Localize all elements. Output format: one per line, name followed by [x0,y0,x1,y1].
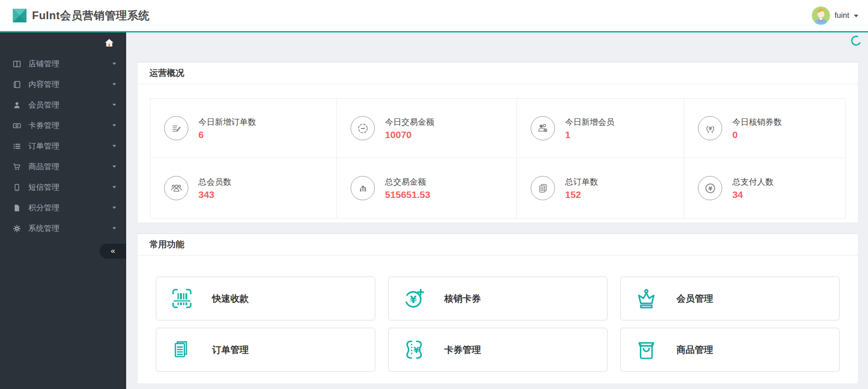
action-coupon-manage[interactable]: ¥ 卡券管理 [388,328,607,372]
stat-card-total-orders: 总订单数 152 [517,158,684,218]
brand: FuInt会员营销管理系统 [13,8,149,23]
file-icon [12,204,21,212]
total-payers-icon: ¥ [698,176,722,200]
money-bill-icon [12,122,21,130]
overview-panel-title: 运营概况 [138,63,858,84]
overview-panel: 运营概况 今日新增订单数 [137,62,858,223]
stat-label: 今日新增会员 [565,117,614,128]
coupon-ticket-icon: ¥ [401,337,427,362]
sidebar-item-label: 会员管理 [28,100,112,110]
action-label: 快速收款 [212,293,249,305]
sidebar-item-order[interactable]: 订单管理 [0,136,126,156]
app-logo-icon [13,9,27,22]
stat-value: 0 [732,129,782,140]
chevron-down-icon [112,83,116,85]
action-label: 会员管理 [676,293,713,305]
chevron-down-icon [112,145,116,147]
cart-icon [12,163,21,171]
stat-card-today-amount: 今日交易金额 10070 [337,99,517,158]
stat-value: 1 [565,129,614,140]
sidebar-item-label: 店铺管理 [28,59,112,69]
stat-label: 总交易金额 [385,176,430,187]
action-verify-coupon[interactable]: ¥ 核销卡券 [388,277,607,320]
sidebar-item-member[interactable]: 会员管理 [0,95,126,115]
sidebar-item-label: 积分管理 [28,202,112,213]
stat-card-total-amount: 总交易金额 515651.53 [337,158,517,218]
collapse-glyph: « [111,246,115,256]
chevron-down-icon [112,104,116,106]
stat-label: 今日新增订单数 [198,117,256,128]
user-menu[interactable]: fuint [812,6,858,25]
sidebar-item-coupon[interactable]: 卡券管理 [0,115,126,136]
sidebar-item-points[interactable]: 积分管理 [0,197,126,218]
sidebar-nav: 店铺管理 内容管理 会员管理 [0,53,126,239]
sidebar-item-store[interactable]: 店铺管理 [0,53,126,74]
order-doc-icon [169,337,195,362]
action-label: 卡券管理 [444,344,481,356]
stat-card-verified-coupons: ¥ 今日核销券数 0 [684,99,845,158]
stat-value: 515651.53 [385,189,430,200]
mobile-icon [12,183,21,192]
total-amount-icon [351,176,375,200]
scan-pay-icon [169,286,195,311]
action-goods-manage[interactable]: 商品管理 [620,328,840,372]
svg-text:¥: ¥ [413,345,419,355]
app-root: FuInt会员营销管理系统 fuint [0,0,868,389]
store-icon [12,60,21,68]
stat-card-new-member: 今日新增会员 1 [517,99,684,158]
stat-label: 总支付人数 [732,176,773,187]
member-crown-icon [634,286,659,311]
total-members-icon [164,176,188,200]
sidebar-item-goods[interactable]: 商品管理 [0,156,126,177]
stat-card-new-orders: 今日新增订单数 6 [150,99,337,158]
sidebar-item-label: 订单管理 [28,141,112,151]
action-member-manage[interactable]: 会员管理 [620,277,840,320]
action-label: 核销卡券 [444,293,481,305]
sidebar-item-system[interactable]: 系统管理 [0,218,126,239]
sidebar-item-label: 内容管理 [28,79,112,90]
stat-card-total-members: 总会员数 343 [150,158,337,218]
sidebar-home-row [0,32,126,53]
svg-text:¥: ¥ [708,185,712,192]
sidebar-item-label: 卡券管理 [28,120,112,131]
new-member-icon [531,116,555,140]
username: fuint [835,11,849,20]
action-label: 订单管理 [212,344,249,356]
sidebar-collapse-button[interactable]: « [100,244,126,259]
chevron-down-icon [112,207,116,209]
stat-value: 343 [198,189,231,200]
quick-actions-panel: 常用功能 [137,233,858,384]
new-orders-icon [164,116,188,140]
sidebar-item-content[interactable]: 内容管理 [0,74,126,95]
verified-coupons-icon: ¥ [698,116,722,140]
sidebar-item-sms[interactable]: 短信管理 [0,177,126,197]
goods-bag-icon [634,337,659,362]
gear-icon [12,224,21,233]
today-amount-icon [351,116,375,140]
user-icon [12,101,21,109]
app-title: FuInt会员营销管理系统 [32,8,149,23]
loading-spinner [850,34,863,47]
home-icon[interactable] [104,38,114,48]
chevron-down-icon [112,124,116,127]
list-icon [12,142,21,150]
sidebar-item-label: 系统管理 [28,223,112,234]
stat-label: 总订单数 [565,176,598,187]
total-orders-icon [531,176,555,200]
stat-value: 34 [732,189,773,200]
svg-text:¥: ¥ [410,294,417,305]
book-icon [12,80,21,89]
chevron-down-icon [112,227,116,229]
quick-actions-grid: 快速收款 ¥ 核销卡券 [138,256,858,384]
stat-value: 152 [565,189,598,200]
stat-label: 今日核销券数 [732,117,782,128]
stat-card-total-payers: ¥ 总支付人数 34 [684,158,845,218]
user-avatar [812,6,830,25]
chevron-down-icon [854,15,858,17]
verify-coupon-icon: ¥ [401,286,427,311]
action-scan-pay[interactable]: 快速收款 [156,277,375,320]
stat-label: 今日交易金额 [385,117,434,128]
action-order-manage[interactable]: 订单管理 [156,328,375,372]
sidebar-item-label: 商品管理 [28,161,112,172]
chevron-down-icon [112,63,116,65]
